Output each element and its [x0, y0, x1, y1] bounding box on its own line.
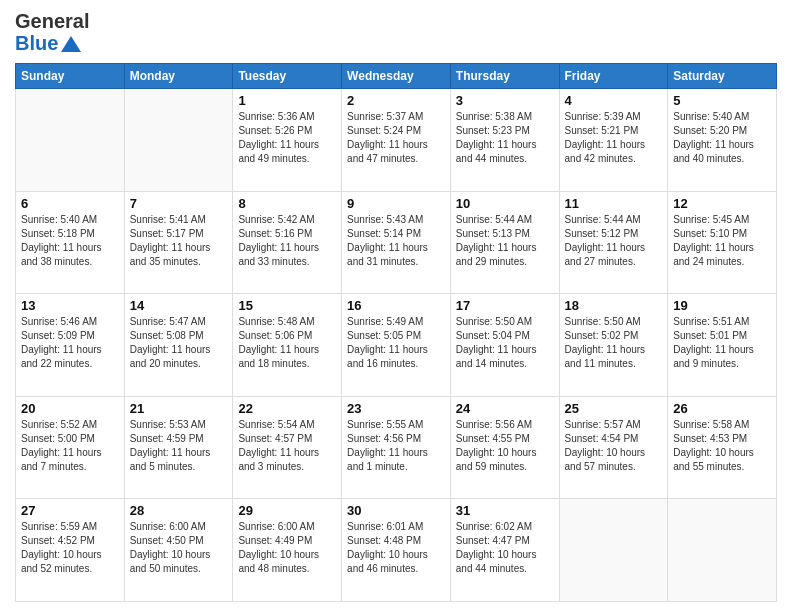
table-row: 19Sunrise: 5:51 AM Sunset: 5:01 PM Dayli…: [668, 294, 777, 397]
day-info: Sunrise: 5:39 AM Sunset: 5:21 PM Dayligh…: [565, 110, 663, 166]
calendar-header-row: Sunday Monday Tuesday Wednesday Thursday…: [16, 64, 777, 89]
svg-marker-0: [61, 36, 81, 52]
day-info: Sunrise: 5:44 AM Sunset: 5:12 PM Dayligh…: [565, 213, 663, 269]
table-row: 11Sunrise: 5:44 AM Sunset: 5:12 PM Dayli…: [559, 191, 668, 294]
table-row: 5Sunrise: 5:40 AM Sunset: 5:20 PM Daylig…: [668, 89, 777, 192]
day-number: 19: [673, 298, 771, 313]
calendar-week-row: 1Sunrise: 5:36 AM Sunset: 5:26 PM Daylig…: [16, 89, 777, 192]
table-row: 23Sunrise: 5:55 AM Sunset: 4:56 PM Dayli…: [342, 396, 451, 499]
day-info: Sunrise: 6:00 AM Sunset: 4:49 PM Dayligh…: [238, 520, 336, 576]
day-number: 30: [347, 503, 445, 518]
table-row: 25Sunrise: 5:57 AM Sunset: 4:54 PM Dayli…: [559, 396, 668, 499]
table-row: 20Sunrise: 5:52 AM Sunset: 5:00 PM Dayli…: [16, 396, 125, 499]
table-row: 27Sunrise: 5:59 AM Sunset: 4:52 PM Dayli…: [16, 499, 125, 602]
day-info: Sunrise: 5:50 AM Sunset: 5:04 PM Dayligh…: [456, 315, 554, 371]
day-number: 4: [565, 93, 663, 108]
table-row: 12Sunrise: 5:45 AM Sunset: 5:10 PM Dayli…: [668, 191, 777, 294]
day-number: 5: [673, 93, 771, 108]
day-info: Sunrise: 5:56 AM Sunset: 4:55 PM Dayligh…: [456, 418, 554, 474]
table-row: 3Sunrise: 5:38 AM Sunset: 5:23 PM Daylig…: [450, 89, 559, 192]
day-info: Sunrise: 5:51 AM Sunset: 5:01 PM Dayligh…: [673, 315, 771, 371]
day-info: Sunrise: 5:52 AM Sunset: 5:00 PM Dayligh…: [21, 418, 119, 474]
day-number: 25: [565, 401, 663, 416]
table-row: 31Sunrise: 6:02 AM Sunset: 4:47 PM Dayli…: [450, 499, 559, 602]
calendar-week-row: 27Sunrise: 5:59 AM Sunset: 4:52 PM Dayli…: [16, 499, 777, 602]
day-info: Sunrise: 5:59 AM Sunset: 4:52 PM Dayligh…: [21, 520, 119, 576]
day-info: Sunrise: 5:57 AM Sunset: 4:54 PM Dayligh…: [565, 418, 663, 474]
day-info: Sunrise: 5:37 AM Sunset: 5:24 PM Dayligh…: [347, 110, 445, 166]
day-info: Sunrise: 5:55 AM Sunset: 4:56 PM Dayligh…: [347, 418, 445, 474]
day-info: Sunrise: 6:01 AM Sunset: 4:48 PM Dayligh…: [347, 520, 445, 576]
col-saturday: Saturday: [668, 64, 777, 89]
calendar-week-row: 13Sunrise: 5:46 AM Sunset: 5:09 PM Dayli…: [16, 294, 777, 397]
day-number: 6: [21, 196, 119, 211]
table-row: 14Sunrise: 5:47 AM Sunset: 5:08 PM Dayli…: [124, 294, 233, 397]
table-row: 8Sunrise: 5:42 AM Sunset: 5:16 PM Daylig…: [233, 191, 342, 294]
day-number: 7: [130, 196, 228, 211]
table-row: 21Sunrise: 5:53 AM Sunset: 4:59 PM Dayli…: [124, 396, 233, 499]
day-number: 8: [238, 196, 336, 211]
day-info: Sunrise: 5:48 AM Sunset: 5:06 PM Dayligh…: [238, 315, 336, 371]
day-number: 20: [21, 401, 119, 416]
day-info: Sunrise: 5:54 AM Sunset: 4:57 PM Dayligh…: [238, 418, 336, 474]
day-info: Sunrise: 5:53 AM Sunset: 4:59 PM Dayligh…: [130, 418, 228, 474]
col-monday: Monday: [124, 64, 233, 89]
table-row: 4Sunrise: 5:39 AM Sunset: 5:21 PM Daylig…: [559, 89, 668, 192]
table-row: 15Sunrise: 5:48 AM Sunset: 5:06 PM Dayli…: [233, 294, 342, 397]
table-row: 18Sunrise: 5:50 AM Sunset: 5:02 PM Dayli…: [559, 294, 668, 397]
day-number: 17: [456, 298, 554, 313]
day-info: Sunrise: 5:49 AM Sunset: 5:05 PM Dayligh…: [347, 315, 445, 371]
table-row: 10Sunrise: 5:44 AM Sunset: 5:13 PM Dayli…: [450, 191, 559, 294]
day-info: Sunrise: 5:47 AM Sunset: 5:08 PM Dayligh…: [130, 315, 228, 371]
day-info: Sunrise: 6:02 AM Sunset: 4:47 PM Dayligh…: [456, 520, 554, 576]
table-row: 7Sunrise: 5:41 AM Sunset: 5:17 PM Daylig…: [124, 191, 233, 294]
day-number: 2: [347, 93, 445, 108]
table-row: 9Sunrise: 5:43 AM Sunset: 5:14 PM Daylig…: [342, 191, 451, 294]
col-tuesday: Tuesday: [233, 64, 342, 89]
header: General Blue: [15, 10, 777, 55]
day-info: Sunrise: 5:38 AM Sunset: 5:23 PM Dayligh…: [456, 110, 554, 166]
day-number: 12: [673, 196, 771, 211]
day-number: 21: [130, 401, 228, 416]
day-number: 3: [456, 93, 554, 108]
table-row: 2Sunrise: 5:37 AM Sunset: 5:24 PM Daylig…: [342, 89, 451, 192]
page: General Blue Sunday Monday Tuesday Wedne…: [0, 0, 792, 612]
table-row: [16, 89, 125, 192]
table-row: 1Sunrise: 5:36 AM Sunset: 5:26 PM Daylig…: [233, 89, 342, 192]
day-number: 31: [456, 503, 554, 518]
logo-triangle-icon: [61, 34, 81, 54]
day-number: 14: [130, 298, 228, 313]
table-row: 13Sunrise: 5:46 AM Sunset: 5:09 PM Dayli…: [16, 294, 125, 397]
day-number: 29: [238, 503, 336, 518]
day-info: Sunrise: 5:40 AM Sunset: 5:20 PM Dayligh…: [673, 110, 771, 166]
day-info: Sunrise: 5:42 AM Sunset: 5:16 PM Dayligh…: [238, 213, 336, 269]
day-number: 24: [456, 401, 554, 416]
calendar-week-row: 20Sunrise: 5:52 AM Sunset: 5:00 PM Dayli…: [16, 396, 777, 499]
table-row: 30Sunrise: 6:01 AM Sunset: 4:48 PM Dayli…: [342, 499, 451, 602]
day-info: Sunrise: 5:58 AM Sunset: 4:53 PM Dayligh…: [673, 418, 771, 474]
day-number: 16: [347, 298, 445, 313]
day-info: Sunrise: 5:46 AM Sunset: 5:09 PM Dayligh…: [21, 315, 119, 371]
col-sunday: Sunday: [16, 64, 125, 89]
day-number: 22: [238, 401, 336, 416]
logo: General Blue: [15, 10, 89, 55]
day-info: Sunrise: 5:44 AM Sunset: 5:13 PM Dayligh…: [456, 213, 554, 269]
day-number: 18: [565, 298, 663, 313]
col-thursday: Thursday: [450, 64, 559, 89]
table-row: 26Sunrise: 5:58 AM Sunset: 4:53 PM Dayli…: [668, 396, 777, 499]
table-row: [124, 89, 233, 192]
table-row: [668, 499, 777, 602]
day-info: Sunrise: 5:43 AM Sunset: 5:14 PM Dayligh…: [347, 213, 445, 269]
table-row: 17Sunrise: 5:50 AM Sunset: 5:04 PM Dayli…: [450, 294, 559, 397]
day-number: 13: [21, 298, 119, 313]
day-info: Sunrise: 5:40 AM Sunset: 5:18 PM Dayligh…: [21, 213, 119, 269]
table-row: 16Sunrise: 5:49 AM Sunset: 5:05 PM Dayli…: [342, 294, 451, 397]
table-row: 24Sunrise: 5:56 AM Sunset: 4:55 PM Dayli…: [450, 396, 559, 499]
logo-text-blue: Blue: [15, 32, 81, 55]
table-row: 29Sunrise: 6:00 AM Sunset: 4:49 PM Dayli…: [233, 499, 342, 602]
day-number: 10: [456, 196, 554, 211]
day-info: Sunrise: 5:41 AM Sunset: 5:17 PM Dayligh…: [130, 213, 228, 269]
table-row: 22Sunrise: 5:54 AM Sunset: 4:57 PM Dayli…: [233, 396, 342, 499]
day-info: Sunrise: 6:00 AM Sunset: 4:50 PM Dayligh…: [130, 520, 228, 576]
day-number: 9: [347, 196, 445, 211]
